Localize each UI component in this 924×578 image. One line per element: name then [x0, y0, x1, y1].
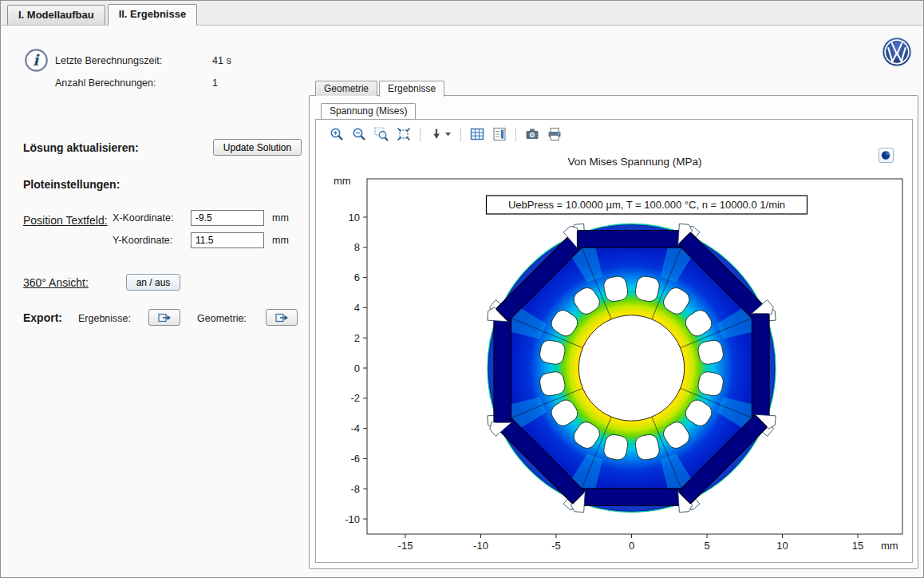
view-360-toggle-button[interactable]: an / aus: [126, 274, 180, 291]
printer-icon: [547, 126, 563, 142]
y-tick-label: 6: [354, 271, 360, 283]
color-legend-icon: [492, 126, 507, 142]
y-tick-label: 2: [354, 332, 360, 344]
info-icon: i: [24, 48, 49, 73]
x-tick-label: 10: [776, 540, 788, 552]
y-axis-unit: mm: [334, 175, 351, 187]
zoom-out-icon: [351, 126, 367, 142]
zoom-in-button[interactable]: [327, 125, 346, 143]
x-tick-label: -5: [551, 540, 561, 552]
x-axis-unit: mm: [881, 540, 898, 552]
computation-count-label: Anzahl Berechnungen:: [55, 77, 156, 89]
x-coordinate-input[interactable]: [191, 210, 264, 226]
y-tick-label: -2: [350, 392, 360, 404]
tab-ergebnisse-inner[interactable]: Ergebnisse: [379, 81, 444, 97]
x-tick-label: 5: [704, 540, 709, 552]
snapshot-button[interactable]: [523, 125, 542, 143]
x-coordinate-unit: mm: [272, 212, 289, 224]
export-results-label: Ergebnisse:: [78, 313, 131, 324]
last-computation-label: Letzte Berechnungszeit:: [55, 55, 162, 66]
go-to-default-view-button[interactable]: [427, 125, 454, 143]
zoom-box-icon: [373, 126, 389, 142]
results-group-box: Spannung (Mises): [309, 95, 918, 569]
view-360-label: 360° Ansicht:: [23, 276, 89, 289]
y-tick-label: 0: [354, 362, 360, 374]
plot-canvas[interactable]: Von Mises Spannung (MPa) mm UebPress = 1…: [322, 152, 913, 560]
y-tick-label: -10: [345, 513, 360, 525]
y-tick-label: 8: [354, 241, 360, 253]
zoom-out-button[interactable]: [349, 125, 369, 143]
x-coordinate-label: X-Koordinate:: [113, 212, 173, 224]
y-tick-label: -6: [350, 453, 360, 465]
zoom-extents-button[interactable]: [394, 125, 413, 143]
tab-modellaufbau[interactable]: I. Modellaufbau: [7, 5, 105, 25]
tab-geometrie[interactable]: Geometrie: [315, 81, 377, 96]
zoom-in-icon: [329, 126, 345, 142]
export-geometry-button[interactable]: [266, 309, 298, 326]
graphics-toolbar: [327, 125, 564, 144]
color-legend-button[interactable]: [490, 125, 509, 143]
export-heading: Export:: [23, 311, 62, 324]
sidebar: i Letzte Berechnungszeit: 41 s Anzahl Be…: [1, 26, 304, 577]
y-tick-label: -8: [350, 483, 360, 495]
textfield-position-label: Position Textfeld:: [23, 214, 108, 227]
x-tick-label: -15: [398, 540, 413, 552]
export-geometry-label: Geometrie:: [197, 313, 247, 324]
toolbar-separator: [515, 128, 516, 141]
update-solution-label: Lösung aktualisieren:: [23, 141, 139, 154]
plot-title: Von Mises Spannung (MPa): [567, 156, 701, 168]
update-solution-button[interactable]: Update Solution: [213, 139, 302, 156]
y-coordinate-input[interactable]: [191, 232, 264, 248]
tab-ergebnisse[interactable]: II. Ergebnisse: [108, 4, 198, 26]
print-button[interactable]: [545, 125, 564, 143]
y-tick-label: 10: [349, 212, 360, 224]
tab-spannung-mises[interactable]: Spannung (Mises): [321, 103, 416, 119]
rotor-bore: [578, 315, 684, 421]
annotation-text: UebPress = 10.0000 µm, T = 100.000 °C, n…: [508, 199, 785, 211]
computation-count-value: 1: [212, 77, 218, 89]
toolbar-separator: [420, 128, 421, 141]
last-computation-value: 41 s: [212, 55, 231, 66]
camera-icon: [524, 126, 540, 142]
grid-icon: [469, 126, 485, 142]
y-coordinate-label: Y-Koordinate:: [113, 235, 172, 246]
y-coordinate-unit: mm: [272, 235, 289, 246]
export-results-button[interactable]: [148, 309, 180, 326]
y-tick-label: 4: [354, 302, 360, 314]
zoom-extents-icon: [396, 126, 412, 142]
main-tabstrip: I. Modellaufbau II. Ergebnisse: [1, 1, 923, 26]
results-panel: Geometrie Ergebnisse Spannung (Mises): [309, 80, 918, 569]
x-tick-label: -10: [473, 540, 488, 552]
x-tick-label: 0: [629, 540, 634, 552]
export-icon: [275, 312, 289, 323]
results-tabstrip: Geometrie Ergebnisse: [309, 80, 918, 96]
zoom-box-button[interactable]: [372, 125, 391, 143]
app-window: I. Modellaufbau II. Ergebnisse i Letzte …: [0, 0, 924, 578]
go-to-view-icon: [428, 126, 452, 142]
vw-logo-icon: [882, 37, 912, 67]
plot-settings-heading: Ploteinstellungen:: [23, 178, 120, 191]
grid-button[interactable]: [468, 125, 487, 143]
export-icon: [158, 312, 172, 323]
plot-panel: Von Mises Spannung (MPa) mm UebPress = 1…: [315, 119, 913, 563]
toolbar-separator: [460, 128, 461, 141]
x-tick-label: 15: [852, 540, 863, 552]
y-tick-label: -4: [350, 422, 360, 434]
